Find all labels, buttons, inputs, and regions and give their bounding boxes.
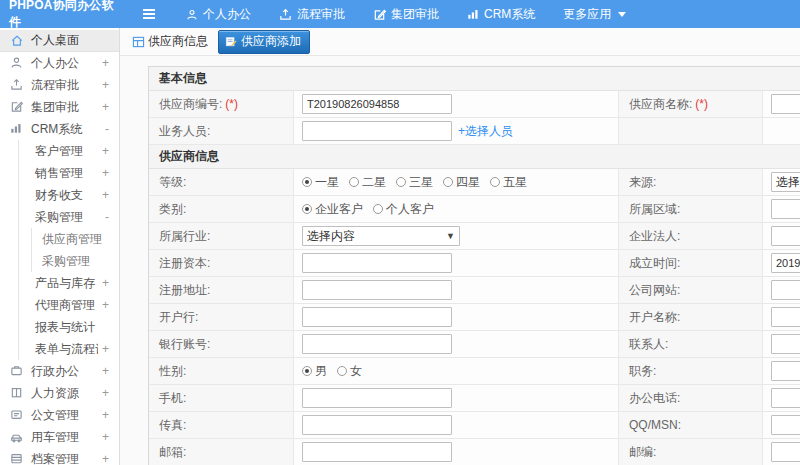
sidebar-item-crm-system[interactable]: CRM系统 - xyxy=(0,118,119,140)
form-row-email-postcode: 邮箱: 邮编: xyxy=(149,439,800,465)
registered-address-input[interactable] xyxy=(302,280,452,300)
account-name-input[interactable] xyxy=(771,307,800,327)
mobile-input[interactable] xyxy=(302,388,452,408)
tab-supplier-add[interactable]: 供应商添加 xyxy=(218,30,310,54)
sidebar-item-reports-statistics[interactable]: 报表与统计 xyxy=(19,316,119,338)
hamburger-menu-icon[interactable] xyxy=(120,0,172,28)
caret-down-icon xyxy=(618,12,626,17)
source-select[interactable]: 选择内容 ▼ xyxy=(771,172,800,192)
sidebar-item-purchase-management[interactable]: 采购管理 - xyxy=(19,206,119,228)
level-option-1star[interactable]: 一星 xyxy=(302,174,339,191)
sidebar-item-group-approval[interactable]: 集团审批 + xyxy=(0,96,119,118)
sidebar-item-vehicle-management[interactable]: 用车管理 + xyxy=(0,426,119,448)
add-form-icon xyxy=(225,36,237,47)
nav-personal-office[interactable]: 个人办公 xyxy=(172,0,265,28)
level-option-2star[interactable]: 二星 xyxy=(349,174,386,191)
qq-msn-label: QQ/MSN: xyxy=(619,412,763,438)
qq-msn-input[interactable] xyxy=(771,415,800,435)
required-marker: (*) xyxy=(695,97,708,111)
position-input[interactable] xyxy=(771,361,800,381)
business-staff-input[interactable] xyxy=(302,121,452,141)
form-row-business-staff: 业务人员: +选择人员 xyxy=(149,118,800,145)
position-label: 职务: xyxy=(619,358,763,384)
level-option-4star[interactable]: 四星 xyxy=(443,174,480,191)
category-option-enterprise[interactable]: 企业客户 xyxy=(302,201,363,218)
crm-submenu: 客户管理 + 销售管理 + 财务收支 + 采购管理 - 供应商管理 xyxy=(18,140,119,360)
sidebar-item-customer-management[interactable]: 客户管理 + xyxy=(19,140,119,162)
email-label: 邮箱: xyxy=(149,439,294,465)
registered-capital-input[interactable] xyxy=(302,253,452,273)
hr-icon xyxy=(10,386,25,400)
fax-input[interactable] xyxy=(302,415,452,435)
form-row-industry-legal: 所属行业: 选择内容 ▼ 企业法人: xyxy=(149,223,800,250)
established-label: 成立时间: xyxy=(619,250,763,276)
empty-field-cell xyxy=(763,118,800,144)
user-icon xyxy=(10,56,25,70)
sidebar-item-supplier-management[interactable]: 供应商管理 xyxy=(32,228,119,250)
bank-account-label: 银行账号: xyxy=(149,331,294,357)
admin-office-icon xyxy=(10,364,25,378)
sidebar-item-product-inventory[interactable]: 产品与库存 + xyxy=(19,272,119,294)
purchase-submenu: 供应商管理 采购管理 xyxy=(31,228,119,272)
sidebar-item-form-flow-settings[interactable]: 表单与流程设置 + xyxy=(19,338,119,360)
business-staff-label: 业务人员: xyxy=(149,118,294,144)
postcode-label: 邮编: xyxy=(619,439,763,465)
category-radio-group: 企业客户 个人客户 xyxy=(302,201,434,218)
form-row-capital-established: 注册资本: 成立时间: xyxy=(149,250,800,277)
registered-address-label: 注册地址: xyxy=(149,277,294,303)
tab-supplier-info[interactable]: 供应商信息 xyxy=(132,33,208,50)
gender-radio-group: 男 女 xyxy=(302,363,362,380)
dropdown-arrow-icon: ▼ xyxy=(446,231,455,241)
level-option-5star[interactable]: 五星 xyxy=(490,174,527,191)
sidebar-item-document-management[interactable]: 公文管理 + xyxy=(0,404,119,426)
form-row-gender-position: 性别: 男 女 职务: xyxy=(149,358,800,385)
sidebar-item-sales-management[interactable]: 销售管理 + xyxy=(19,162,119,184)
required-marker: (*) xyxy=(225,97,238,111)
registered-capital-label: 注册资本: xyxy=(149,250,294,276)
website-input[interactable] xyxy=(771,280,800,300)
industry-select[interactable]: 选择内容 ▼ xyxy=(302,226,460,246)
contact-input[interactable] xyxy=(771,334,800,354)
office-phone-label: 办公电话: xyxy=(619,385,763,411)
radio-icon xyxy=(337,366,347,376)
sidebar-item-flow-approval[interactable]: 流程审批 + xyxy=(0,74,119,96)
form-row-bank-accountname: 开户行: 开户名称: xyxy=(149,304,800,331)
level-option-3star[interactable]: 三星 xyxy=(396,174,433,191)
sidebar-item-personal-office[interactable]: 个人办公 + xyxy=(0,52,119,74)
sidebar-item-personal-desktop[interactable]: 个人桌面 xyxy=(0,30,119,52)
user-icon xyxy=(186,8,198,21)
sidebar-item-agent-management[interactable]: 代理商管理 + xyxy=(19,294,119,316)
legal-person-input[interactable] xyxy=(771,226,800,246)
sidebar-item-archive-management[interactable]: 档案管理 + xyxy=(0,448,119,465)
radio-checked-icon xyxy=(302,177,312,187)
office-phone-input[interactable] xyxy=(771,388,800,408)
nav-more-apps[interactable]: 更多应用 xyxy=(549,0,640,28)
flow-approval-icon xyxy=(279,8,292,21)
fax-label: 传真: xyxy=(149,412,294,438)
email-input[interactable] xyxy=(302,442,452,462)
sidebar-item-human-resources[interactable]: 人力资源 + xyxy=(0,382,119,404)
gender-option-female[interactable]: 女 xyxy=(337,363,362,380)
top-nav: 个人办公 流程审批 集团审批 CRM系统 更多应用 xyxy=(172,0,640,28)
sidebar-item-admin-office[interactable]: 行政办公 + xyxy=(0,360,119,382)
sidebar-item-purchasing[interactable]: 采购管理 xyxy=(32,250,119,272)
bank-account-input[interactable] xyxy=(302,334,452,354)
gender-option-male[interactable]: 男 xyxy=(302,363,327,380)
established-date-input[interactable] xyxy=(771,253,800,273)
document-icon xyxy=(10,408,25,422)
supplier-code-input[interactable] xyxy=(302,94,452,114)
nav-crm-system[interactable]: CRM系统 xyxy=(453,0,549,28)
postcode-input[interactable] xyxy=(771,442,800,462)
region-input[interactable] xyxy=(771,199,800,219)
level-label: 等级: xyxy=(149,169,294,195)
select-staff-link[interactable]: +选择人员 xyxy=(458,123,513,140)
supplier-name-input[interactable] xyxy=(771,94,800,114)
bank-input[interactable] xyxy=(302,307,452,327)
nav-group-approval[interactable]: 集团审批 xyxy=(359,0,453,28)
crm-chart-icon xyxy=(467,8,479,20)
legal-person-label: 企业法人: xyxy=(619,223,763,249)
form-row-address-website: 注册地址: 公司网站: xyxy=(149,277,800,304)
nav-flow-approval[interactable]: 流程审批 xyxy=(265,0,359,28)
sidebar-item-finance[interactable]: 财务收支 + xyxy=(19,184,119,206)
category-option-personal[interactable]: 个人客户 xyxy=(373,201,434,218)
